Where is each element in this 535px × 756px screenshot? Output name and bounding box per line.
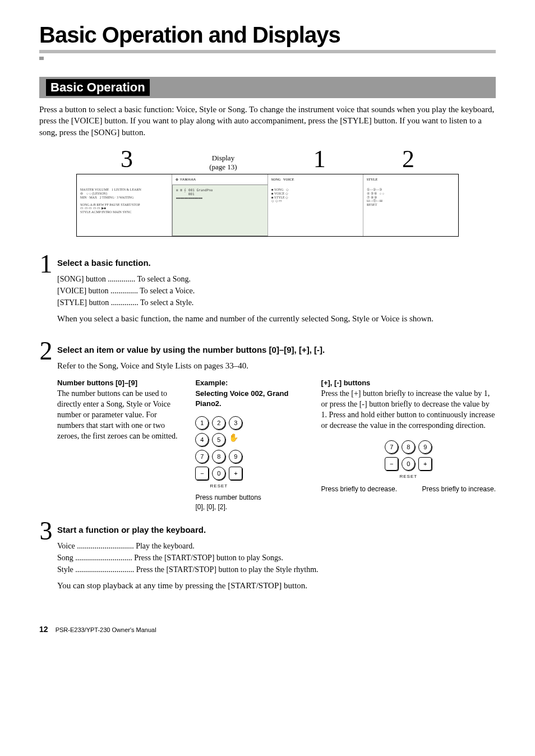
- numpad-incdec: 7 8 9 − 0 + RESET: [385, 440, 432, 480]
- function-mapping: Song ............................. Press…: [57, 552, 496, 564]
- panel-diagram: 3 Display (page 13) 1 2 ⊕ YAMAHA SONG VO…: [39, 147, 496, 237]
- step-ref: Refer to the Song, Voice and Style Lists…: [57, 360, 496, 371]
- step-1: 1 Select a basic function. [SONG] button…: [39, 252, 496, 331]
- numpad-7[interactable]: 7: [385, 440, 398, 454]
- numpad-example: 1 2 3 4 5 ✋ 7 8 9: [195, 416, 242, 490]
- step-number: 1: [39, 252, 53, 275]
- col-text: The number buttons can be used to direct…: [57, 389, 178, 440]
- section-bar: Basic Operation: [39, 77, 496, 98]
- col-example: Example: Selecting Voice 002, Grand Pian…: [195, 378, 307, 511]
- numpad-8[interactable]: 8: [212, 450, 225, 463]
- increase-note: Press briefly to increase.: [422, 485, 496, 494]
- step-note: When you select a basic function, the na…: [57, 313, 496, 324]
- page-footer: 12 PSR-E233/YPT-230 Owner's Manual: [39, 625, 496, 634]
- page-title: Basic Operation and Displays: [39, 22, 496, 48]
- step-number: 3: [39, 519, 53, 542]
- numpad-minus[interactable]: −: [385, 457, 398, 471]
- panel-category-labels: SONG VOICE: [268, 174, 363, 185]
- col-head: [+], [-] buttons: [321, 378, 496, 388]
- hand-icon: ✋: [229, 433, 241, 445]
- reset-label: RESET: [385, 474, 432, 480]
- panel-lcd: ≡ ≣ 𝄞 001 GrandPno 001 ▬▬▬▬▬▬▬▬▬▬▬▬▬: [172, 185, 268, 236]
- intro-paragraph: Press a button to select a basic functio…: [39, 104, 496, 138]
- callout-2: 2: [402, 147, 414, 172]
- step-3: 3 Start a function or play the keyboard.…: [39, 519, 496, 598]
- brand-logo: ⊕ YAMAHA: [172, 174, 268, 185]
- step-title: Select a basic function.: [57, 258, 496, 268]
- example-sub: Selecting Voice 002, Grand Piano2.: [195, 389, 307, 408]
- panel-category-style: STYLE: [363, 174, 458, 185]
- col-number-buttons: Number buttons [0]–[9] The number button…: [57, 378, 182, 511]
- button-mapping: [VOICE] button .............. To select …: [57, 285, 496, 297]
- example-caption: Press number buttons [0], [0], [2].: [195, 493, 307, 511]
- display-label: Display (page 13): [209, 154, 237, 172]
- numpad-1[interactable]: 1: [195, 416, 209, 430]
- callout-1: 1: [313, 147, 326, 172]
- numpad-5[interactable]: 5: [212, 433, 225, 446]
- page-number: 12: [39, 625, 48, 634]
- numpad-plus[interactable]: +: [229, 467, 242, 480]
- panel-volume-lesson: MASTER VOLUME 1 LISTEN & LEARN⊚ ○ ○ (LES…: [77, 185, 172, 236]
- decrease-note: Press briefly to decrease.: [321, 485, 397, 494]
- example-head: Example:: [195, 378, 307, 388]
- numpad-minus[interactable]: −: [195, 467, 209, 480]
- numpad-0[interactable]: 0: [402, 457, 415, 471]
- title-rule: [39, 50, 496, 53]
- numpad-plus[interactable]: +: [418, 457, 432, 471]
- button-mapping: [SONG] button .............. To select a…: [57, 273, 496, 285]
- panel-numpad: ①—②—③④ ⑤ ⑥ ○ ○⑦ ⑧ ⑨⊟—⓪—⊞RESET: [363, 185, 458, 236]
- step-title: Select an item or value by using the num…: [57, 345, 496, 354]
- step-number: 2: [39, 339, 53, 362]
- numpad-9[interactable]: 9: [418, 440, 432, 454]
- col-head: Number buttons [0]–[9]: [57, 378, 182, 388]
- numpad-9[interactable]: 9: [229, 450, 242, 463]
- step-2: 2 Select an item or value by using the n…: [39, 339, 496, 511]
- step-note: You can stop playback at any time by pre…: [57, 580, 496, 591]
- numpad-4[interactable]: 4: [195, 433, 209, 446]
- numpad-0[interactable]: 0: [212, 467, 225, 480]
- callout-3: 3: [121, 147, 133, 172]
- display-label-text: Display: [212, 154, 234, 162]
- function-mapping: Style .............................. Pre…: [57, 564, 496, 575]
- numpad-3[interactable]: 3: [229, 416, 242, 430]
- reset-label: RESET: [195, 483, 242, 490]
- numpad-8[interactable]: 8: [402, 440, 415, 454]
- panel-top-left: [77, 174, 172, 185]
- title-tab: [39, 57, 44, 60]
- numpad-7[interactable]: 7: [195, 450, 209, 463]
- section-title: Basic Operation: [46, 79, 150, 96]
- display-page-ref: (page 13): [209, 163, 237, 171]
- function-mapping: Voice ............................. Play…: [57, 540, 496, 552]
- brand-text: YAMAHA: [180, 178, 196, 181]
- panel-selector-buttons: ■ SONG ◇■ VOICE ◇■ STYLE ◇◇ ◇ ▭: [268, 185, 363, 236]
- step-title: Start a function or play the keyboard.: [57, 525, 496, 534]
- button-mapping: [STYLE] button .............. To select …: [57, 297, 496, 308]
- col-plus-minus: [+], [-] buttons Press the [+] button br…: [321, 378, 496, 511]
- col-text: Press the [+] button briefly to increase…: [321, 389, 495, 430]
- footer-model: PSR-E233/YPT-230 Owner's Manual: [56, 626, 156, 633]
- numpad-2[interactable]: 2: [212, 416, 225, 430]
